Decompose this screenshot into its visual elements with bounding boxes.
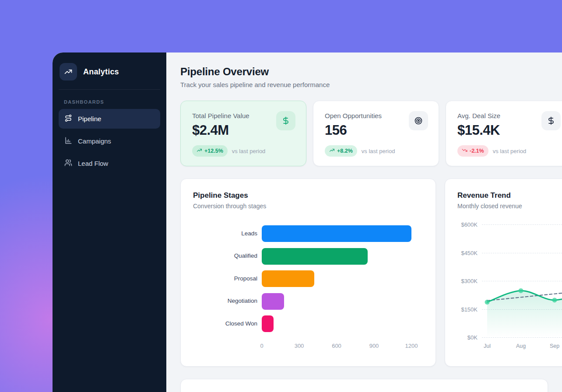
trending-down-icon <box>462 147 467 154</box>
sidebar-item-lead-flow[interactable]: Lead Flow <box>59 154 160 173</box>
bar-chart-icon <box>64 136 72 146</box>
kpi-compare-text: vs last period <box>493 148 527 154</box>
page-title: Pipeline Overview <box>180 66 548 78</box>
sidebar-item-label: Lead Flow <box>78 160 108 167</box>
sidebar-item-label: Pipeline <box>78 115 101 122</box>
pipeline-stages-title: Pipeline Stages <box>193 191 423 200</box>
revenue-data-point <box>552 298 557 302</box>
x-tick-label: Aug <box>516 343 526 349</box>
main-content: Pipeline Overview Track your sales pipel… <box>166 52 562 392</box>
kpi-delta-badge: -2.1% <box>457 145 488 157</box>
stage-bar <box>262 225 411 242</box>
route-icon <box>64 114 72 123</box>
stage-bar <box>262 270 314 287</box>
stage-row: Leads <box>193 225 423 242</box>
sidebar-item-campaigns[interactable]: Campaigns <box>59 131 160 151</box>
bottom-card-partial <box>180 379 548 392</box>
sidebar-section-label: DASHBOARDS <box>64 99 155 105</box>
y-tick-label: $300K <box>457 278 478 284</box>
stage-label: Negotiation <box>193 298 262 305</box>
stage-label: Qualified <box>193 252 262 260</box>
x-tick-label: 900 <box>369 343 379 349</box>
stage-label: Leads <box>193 230 262 238</box>
sidebar-nav: PipelineCampaignsLead Flow <box>59 109 160 176</box>
pipeline-stages-card: Pipeline Stages Conversion through stage… <box>180 178 436 367</box>
trending-up-icon <box>197 147 202 154</box>
stage-bar <box>262 293 284 310</box>
sidebar-item-label: Campaigns <box>78 137 111 145</box>
dollar-icon <box>541 111 561 130</box>
x-tick-label: 1200 <box>405 343 418 349</box>
pipeline-stages-chart: LeadsQualifiedProposalNegotiationClosed … <box>193 225 423 350</box>
stage-row: Proposal <box>193 270 423 287</box>
page-subtitle: Track your sales pipeline and revenue pe… <box>180 81 548 88</box>
sidebar: Analytics DASHBOARDS PipelineCampaignsLe… <box>53 52 166 392</box>
stage-label: Proposal <box>193 275 262 283</box>
revenue-trend-card: Revenue Trend Monthly closed revenue $60… <box>445 178 562 367</box>
charts-row: Pipeline Stages Conversion through stage… <box>180 178 548 367</box>
kpi-card: Open Opportunities156+8.2%vs last period <box>313 101 439 166</box>
y-tick-label: $600K <box>457 221 478 228</box>
stage-row: Qualified <box>193 248 423 265</box>
trending-up-icon <box>329 147 335 154</box>
stage-bar <box>262 315 274 332</box>
revenue-trend-subtitle: Monthly closed revenue <box>457 203 562 210</box>
stage-bar <box>262 248 368 265</box>
sidebar-item-pipeline[interactable]: Pipeline <box>59 109 160 129</box>
stage-row: Negotiation <box>193 293 423 310</box>
revenue-line-plot: JulAugSep <box>482 224 562 354</box>
app-name: Analytics <box>83 67 119 77</box>
stage-row: Closed Won <box>193 315 423 332</box>
brand: Analytics <box>59 60 160 90</box>
kpi-compare-text: vs last period <box>362 148 395 154</box>
kpi-delta-badge: +12.5% <box>192 145 228 157</box>
y-tick-label: $450K <box>457 249 478 256</box>
app-window: Analytics DASHBOARDS PipelineCampaignsLe… <box>53 52 562 392</box>
kpi-card: Avg. Deal Size$15.4K-2.1%vs last period <box>446 101 562 166</box>
x-tick-label: 300 <box>295 343 304 349</box>
x-tick-label: 600 <box>332 343 341 349</box>
revenue-trend-title: Revenue Trend <box>457 191 562 200</box>
x-axis: 03006009001200 <box>262 338 423 350</box>
x-tick-label: Jul <box>484 343 491 349</box>
kpi-delta-badge: +8.2% <box>325 145 357 157</box>
users-icon <box>64 159 72 168</box>
revenue-trend-chart: $600K$450K$300K$150K$0KJulAugSep <box>457 221 562 352</box>
pipeline-stages-subtitle: Conversion through stages <box>193 203 423 210</box>
kpi-card: Total Pipeline Value$2.4M+12.5%vs last p… <box>180 101 306 166</box>
target-icon <box>409 111 428 130</box>
x-tick-label: Sep <box>550 343 559 349</box>
kpi-row: Total Pipeline Value$2.4M+12.5%vs last p… <box>180 101 548 166</box>
x-tick-label: 0 <box>260 343 263 349</box>
y-tick-label: $150K <box>457 306 478 312</box>
stage-label: Closed Won <box>193 320 262 328</box>
dollar-icon <box>276 111 295 130</box>
revenue-data-point <box>485 300 490 304</box>
revenue-data-point <box>519 288 523 293</box>
kpi-compare-text: vs last period <box>232 148 266 154</box>
y-tick-label: $0K <box>457 334 478 341</box>
analytics-logo-icon <box>60 63 77 80</box>
